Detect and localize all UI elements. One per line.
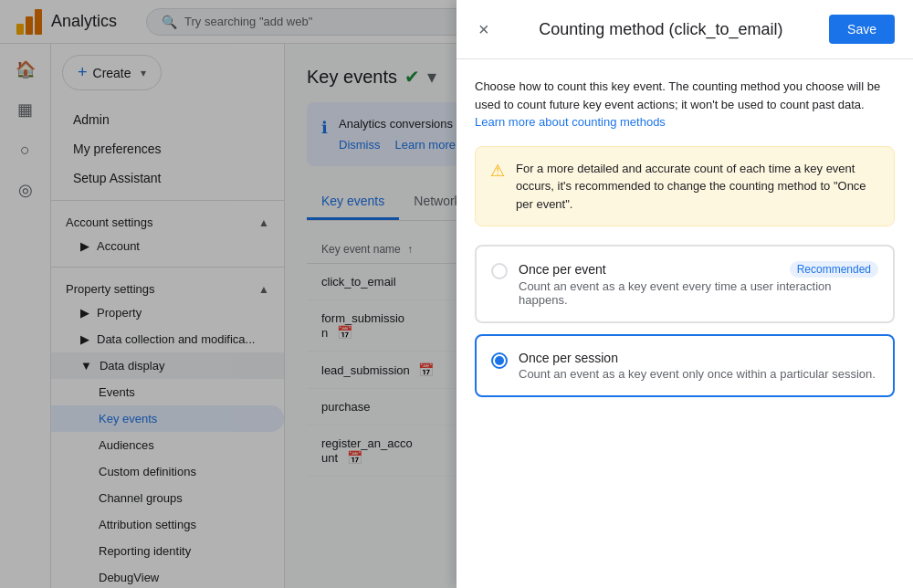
save-button[interactable]: Save bbox=[829, 15, 895, 44]
once-per-event-option[interactable]: Once per event Recommended Count an even… bbox=[475, 245, 895, 323]
warning-icon: ⚠ bbox=[490, 161, 505, 181]
once-per-session-radio[interactable] bbox=[491, 352, 508, 369]
once-per-session-content: Once per session Count an event as a key… bbox=[519, 351, 878, 381]
once-per-event-radio[interactable] bbox=[491, 263, 508, 279]
once-per-session-option[interactable]: Once per session Count an event as a key… bbox=[475, 334, 895, 397]
once-per-session-label: Once per session bbox=[519, 351, 618, 365]
warning-box: ⚠ For a more detailed and accurate count… bbox=[475, 146, 895, 227]
side-panel: × Counting method (click_to_email) Save … bbox=[456, 0, 913, 588]
panel-title: Counting method (click_to_email) bbox=[539, 20, 782, 39]
once-per-session-header: Once per session bbox=[519, 351, 878, 365]
panel-close-button[interactable]: × bbox=[475, 16, 493, 44]
warning-text: For a more detailed and accurate count o… bbox=[516, 160, 879, 214]
learn-more-panel-link[interactable]: Learn more about counting methods bbox=[475, 115, 666, 129]
panel-body: Choose how to count this key event. The … bbox=[456, 59, 913, 588]
once-per-event-content: Once per event Recommended Count an even… bbox=[519, 261, 878, 307]
once-per-event-header: Once per event Recommended bbox=[519, 261, 878, 278]
panel-header: × Counting method (click_to_email) Save bbox=[456, 0, 913, 59]
once-per-event-desc: Count an event as a key event every time… bbox=[519, 279, 878, 307]
once-per-event-label: Once per event bbox=[519, 262, 606, 277]
panel-description: Choose how to count this key event. The … bbox=[475, 78, 895, 131]
once-per-session-desc: Count an event as a key event only once … bbox=[519, 367, 878, 381]
recommended-badge: Recommended bbox=[790, 261, 878, 278]
